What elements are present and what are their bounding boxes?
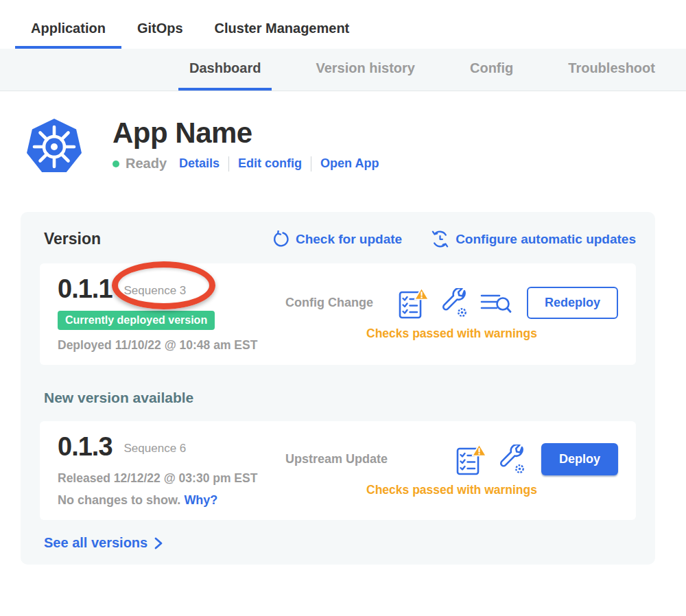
nav-tab-cluster-management[interactable]: Cluster Management [199, 12, 366, 49]
tab-dashboard[interactable]: Dashboard [178, 49, 272, 91]
divider [228, 156, 229, 171]
nav-tab-application[interactable]: Application [15, 12, 121, 49]
available-version-info: 0.1.3 Sequence 6 Released 12/12/22 @ 03:… [58, 432, 285, 508]
released-timestamp: Released 12/12/22 @ 03:30 pm EST [58, 471, 285, 486]
wrench-gear-icon[interactable] [499, 445, 526, 475]
view-files-search-icon[interactable] [480, 291, 512, 316]
preflight-checklist-warning-icon[interactable] [398, 287, 429, 320]
status-label: Ready [126, 156, 167, 171]
checks-status-available: Checks passed with warnings [285, 483, 618, 497]
why-link[interactable]: Why? [184, 493, 217, 507]
preflight-checklist-warning-icon[interactable] [456, 443, 487, 476]
available-version-actions: Upstream Update [285, 432, 618, 508]
tab-version-history[interactable]: Version history [305, 49, 426, 91]
current-version-number: 0.1.1 [58, 274, 113, 304]
deploy-button[interactable]: Deploy [541, 443, 618, 475]
currently-deployed-badge: Currently deployed version [58, 311, 215, 330]
checks-status-current: Checks passed with warnings [285, 327, 618, 341]
check-for-update-label: Check for update [296, 232, 402, 247]
version-check-icons [398, 287, 512, 320]
new-version-heading: New version available [44, 390, 636, 406]
no-changes-label: No changes to show. [58, 493, 180, 507]
configure-automatic-updates-link[interactable]: Configure automatic updates [431, 230, 636, 248]
available-version-card: 0.1.3 Sequence 6 Released 12/12/22 @ 03:… [40, 421, 636, 520]
see-all-versions-link[interactable]: See all versions [44, 535, 636, 551]
version-panel-title: Version [44, 230, 272, 248]
app-sub-nav: Dashboard Version history Config Trouble… [0, 49, 686, 91]
auto-update-clock-icon [431, 230, 449, 248]
ready-status-dot-icon [113, 161, 119, 167]
current-version-actions: Config Change [285, 274, 618, 353]
tab-config[interactable]: Config [459, 49, 524, 91]
divider [311, 156, 311, 171]
kubernetes-logo [25, 117, 84, 176]
refresh-icon [272, 230, 289, 248]
redeploy-button[interactable]: Redeploy [527, 287, 618, 319]
see-all-versions-label: See all versions [44, 535, 147, 551]
version-source-label: Upstream Update [285, 452, 388, 466]
available-version-number: 0.1.3 [58, 432, 113, 462]
tab-troubleshoot[interactable]: Troubleshoot [557, 49, 666, 91]
configure-automatic-updates-label: Configure automatic updates [456, 232, 636, 247]
open-app-link[interactable]: Open App [320, 156, 379, 171]
version-panel-header: Version Check for update Confi [40, 230, 636, 248]
no-changes-row: No changes to show. Why? [58, 493, 285, 508]
current-version-info: 0.1.1 Sequence 3 Currently deployed vers… [58, 274, 285, 353]
nav-tab-gitops[interactable]: GitOps [121, 12, 199, 49]
version-panel: Version Check for update Confi [21, 212, 655, 565]
app-header-text: App Name Ready Details Edit config Open … [113, 117, 379, 171]
available-version-sequence: Sequence 6 [124, 439, 187, 455]
edit-config-link[interactable]: Edit config [238, 156, 302, 171]
chevron-right-icon [154, 536, 163, 550]
page-title: App Name [113, 117, 379, 148]
wrench-gear-icon[interactable] [441, 288, 469, 318]
version-source-label: Config Change [285, 296, 373, 310]
primary-nav: Application GitOps Cluster Management [0, 0, 686, 49]
check-for-update-link[interactable]: Check for update [272, 230, 402, 248]
deployed-timestamp: Deployed 11/10/22 @ 10:48 am EST [58, 338, 285, 353]
details-link[interactable]: Details [179, 156, 220, 171]
current-version-sequence: Sequence 3 [124, 281, 187, 298]
app-status-row: Ready Details Edit config Open App [113, 156, 379, 171]
app-header: App Name Ready Details Edit config Open … [0, 91, 686, 176]
version-check-icons [456, 443, 526, 476]
current-version-card: 0.1.1 Sequence 3 Currently deployed vers… [40, 263, 636, 365]
